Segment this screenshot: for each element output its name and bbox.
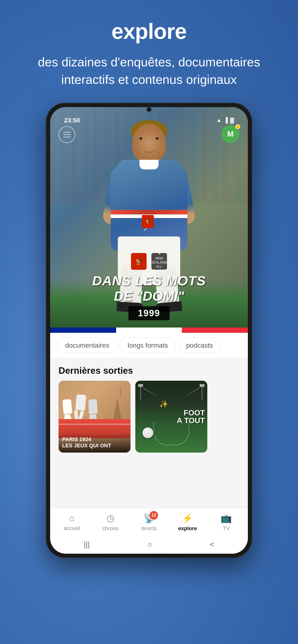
home-icon: ⌂ — [69, 513, 75, 523]
top-section: explore des dizaines d'enquêtes, documen… — [0, 0, 298, 98]
bottom-nav: ⌂ accueil ◷ chrono 📡 12 directs — [50, 508, 248, 535]
menu-line — [63, 134, 71, 135]
hero-section: 23:50 ▲ ▐ ▓ M — [50, 107, 248, 328]
beam-1 — [143, 388, 160, 398]
status-time: 23:50 — [64, 117, 80, 124]
player-head — [132, 124, 166, 162]
foot-sub-title: A TOUT — [177, 416, 205, 425]
field-arc — [153, 422, 189, 446]
jersey-collar — [139, 160, 159, 170]
ball-pentagon — [144, 430, 150, 434]
status-bar: 23:50 ▲ ▐ ▓ — [54, 112, 244, 126]
nav-chrono[interactable]: ◷ chrono — [98, 513, 122, 532]
nav-tv[interactable]: 📺 TV — [214, 513, 238, 532]
android-home-button[interactable]: ○ — [147, 540, 152, 549]
body — [75, 394, 86, 410]
head — [64, 395, 68, 399]
menu-button[interactable] — [59, 126, 75, 143]
card-title-line1: PARIS 1924 — [62, 436, 91, 442]
year-badge: 1999 — [128, 306, 170, 320]
beam-2 — [183, 388, 199, 398]
nav-tv-label: TV — [223, 526, 230, 532]
hero-title-line2: DE "DOMI" — [57, 288, 241, 304]
android-recent-button[interactable]: ||| — [84, 540, 90, 549]
directs-badge: 12 — [150, 511, 158, 520]
nav-explore-label: explore — [178, 526, 197, 532]
ffr-badge: 🐓 — [142, 215, 154, 228]
nav-accueil[interactable]: ⌂ accueil — [60, 513, 84, 532]
profile-button[interactable]: M — [221, 125, 239, 143]
card-subtitle: LES JEUX QUI ONT — [62, 442, 111, 448]
nav-chrono-label: chrono — [102, 526, 118, 532]
status-icons: ▲ ▐ ▓ — [216, 117, 234, 124]
directs-badge-container: 📡 12 — [143, 513, 155, 524]
sparkle-icon: ✨ — [159, 400, 168, 408]
nike-logo: ✓ — [143, 227, 158, 234]
android-back-button[interactable]: < — [210, 540, 214, 549]
bolt-icon: ⚡ — [182, 513, 193, 524]
signal-icon: ▐ — [224, 117, 228, 124]
cards-row: PARIS 1924 LES JEUX QUI ONT — [50, 381, 248, 452]
tab-nav: documentaires longs formats podcasts — [50, 333, 248, 358]
face-features — [133, 129, 165, 158]
tab-documentaires[interactable]: documentaires — [57, 338, 117, 354]
clock-icon: ◷ — [106, 513, 114, 524]
head — [90, 395, 95, 399]
tab-longs-formats[interactable]: longs formats — [120, 338, 176, 354]
section-title: Dernières sorties — [50, 358, 248, 381]
eiffel-top — [120, 388, 121, 398]
body — [62, 399, 72, 414]
nav-accueil-label: accueil — [64, 525, 80, 532]
body — [88, 399, 98, 414]
page-subtitle: des dizaines d'enquêtes, documentaires i… — [14, 54, 284, 88]
logos-row: 🐓 ✦ NEW ZEALANDALL BLACKS — [57, 253, 241, 270]
tv-icon: 📺 — [221, 513, 232, 524]
menu-line — [63, 132, 71, 132]
hero-title-line1: DANS LES MOTS — [57, 273, 241, 288]
rooster-icon: 🐓 — [145, 218, 151, 224]
card-title: PARIS 1924 LES JEUX QUI ONT — [62, 436, 127, 449]
eye-right — [156, 137, 159, 140]
flag-white — [116, 328, 182, 333]
content-area: Dernières sorties — [50, 358, 248, 508]
phone-camera — [146, 107, 152, 112]
phone-frame: 23:50 ▲ ▐ ▓ M — [46, 103, 252, 558]
head — [79, 390, 84, 394]
phone-screen: 23:50 ▲ ▐ ▓ M — [50, 107, 248, 554]
football — [142, 428, 153, 438]
card-text: PARIS 1924 LES JEUX QUI ONT — [59, 433, 130, 452]
flag-red — [182, 328, 248, 333]
light-head — [138, 384, 143, 387]
ffr-logo: 🐓 — [131, 253, 146, 270]
allblacks-text: NEW ZEALANDALL BLACKS — [152, 256, 167, 272]
nav-explore[interactable]: ⚡ explore — [176, 513, 200, 532]
card-paris1924[interactable]: PARIS 1924 LES JEUX QUI ONT — [59, 381, 130, 452]
menu-line — [63, 137, 71, 137]
face-smile — [143, 146, 155, 152]
light-pole-1 — [140, 386, 141, 400]
battery-icon: ▓ — [230, 117, 234, 124]
flag-bar — [50, 328, 248, 333]
foot-main-title: FOOT — [184, 408, 205, 417]
android-nav: ||| ○ < — [50, 535, 248, 554]
light-head — [200, 384, 204, 387]
wifi-icon: ▲ — [216, 117, 222, 124]
hero-content: 🐓 ✦ NEW ZEALANDALL BLACKS DANS LES MOTS … — [50, 253, 248, 320]
foot-title: FOOT A TOUT — [177, 409, 205, 424]
light-pole-2 — [202, 386, 203, 400]
card-foot[interactable]: ✨ FOOT — [135, 381, 207, 452]
foot-text-overlay: FOOT A TOUT — [177, 409, 205, 424]
allblacks-logo: ✦ NEW ZEALANDALL BLACKS — [152, 253, 167, 270]
tab-podcasts[interactable]: podcasts — [178, 338, 221, 354]
track-line — [59, 424, 130, 424]
fern-icon: ✦ — [157, 250, 162, 256]
page-title: explore — [14, 19, 284, 44]
eye-left — [139, 137, 142, 140]
nav-directs[interactable]: 📡 12 directs — [137, 513, 161, 532]
sparkles: ✨ — [159, 400, 168, 408]
flag-blue — [50, 328, 116, 333]
nav-directs-label: directs — [141, 526, 157, 532]
